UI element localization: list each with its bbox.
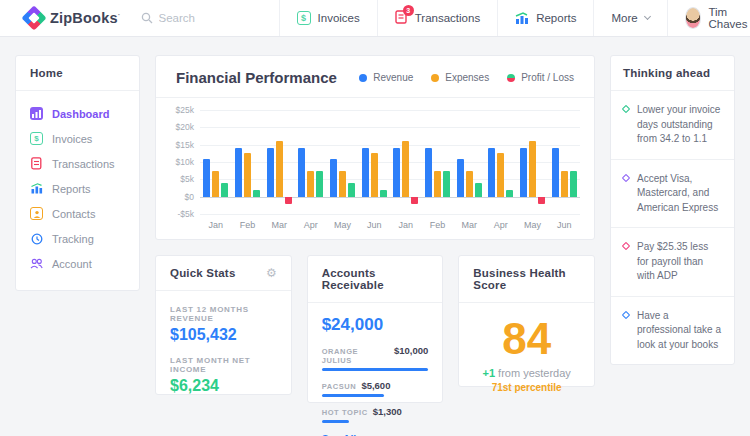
bar-profit-loss [411, 197, 418, 204]
bar-revenue [457, 159, 464, 197]
invoices-icon: $ [30, 132, 43, 145]
bar-group: Jan [200, 110, 232, 214]
bar-revenue [362, 148, 369, 197]
bar-profit-loss [316, 171, 323, 197]
reports-icon [30, 182, 43, 195]
bar-expenses [212, 171, 219, 197]
sidebar-item-account[interactable]: Account [16, 251, 139, 276]
bar-revenue [425, 148, 432, 197]
y-tick-label: $25k [176, 105, 194, 115]
financial-performance-card: Financial Performance RevenueExpensesPro… [155, 55, 595, 240]
ar-row: PACSUN$5,600 [322, 380, 429, 397]
nav-more[interactable]: More [593, 0, 666, 36]
bar-expenses [244, 153, 251, 196]
x-tick-label: Feb [422, 220, 454, 230]
bar-group: May [517, 110, 549, 214]
bar-profit-loss [380, 190, 387, 197]
bar-profit-loss [538, 197, 545, 204]
bar-group: Jan [390, 110, 422, 214]
reports-chart-icon [515, 12, 529, 25]
revenue-label: LAST 12 MONTHS REVENUE [170, 305, 277, 323]
y-tick-label: -$5k [177, 209, 194, 219]
revenue-value: $105,432 [170, 326, 277, 344]
brand-name: ZipBooks· [50, 10, 121, 26]
legend-item[interactable]: Revenue [359, 72, 413, 83]
bar-expenses [497, 153, 504, 196]
thinking-ahead-title: Thinking ahead [623, 67, 710, 79]
bar-group: Jun [548, 110, 580, 214]
avatar [685, 7, 702, 29]
bar-revenue [235, 148, 242, 197]
health-score-delta: +1 from yesterday [469, 367, 584, 379]
brand[interactable]: ZipBooks· [25, 9, 121, 27]
x-tick-label: Jan [200, 220, 232, 230]
bar-profit-loss [221, 183, 228, 197]
health-score-value: 84 [469, 315, 584, 363]
tracking-clock-icon [30, 232, 43, 245]
health-score-title: Business Health Score [473, 267, 580, 291]
bar-revenue [520, 148, 527, 197]
y-tick-label: $15k [176, 140, 194, 150]
tip-invoice-days[interactable]: Lower your invoice days outstanding from… [611, 91, 734, 160]
bar-expenses [529, 141, 536, 196]
diamond-icon [622, 242, 630, 250]
ar-progress-bar [322, 368, 429, 371]
bar-profit-loss [506, 190, 513, 197]
legend-item[interactable]: Profit / Loss [507, 72, 574, 83]
ar-total: $24,000 [322, 315, 429, 335]
x-tick-label: Mar [453, 220, 485, 230]
bar-profit-loss [570, 171, 577, 197]
bar-group: Feb [232, 110, 264, 214]
bar-expenses [466, 171, 473, 197]
income-label: LAST MONTH NET INCOME [170, 356, 277, 374]
search-input[interactable] [159, 12, 279, 24]
nav-reports[interactable]: Reports [497, 0, 593, 36]
sidebar: Home Dashboard $ Invoices Transactions [15, 55, 140, 291]
top-navbar: ZipBooks· $ Invoices 3 Transactions Repo… [0, 0, 750, 37]
bar-group: May [327, 110, 359, 214]
y-tick-label: $20k [176, 122, 194, 132]
gear-icon[interactable]: ⚙ [266, 267, 277, 279]
x-tick-label: May [517, 220, 549, 230]
sidebar-item-dashboard[interactable]: Dashboard [16, 101, 139, 126]
quick-stats-card: Quick Stats ⚙ LAST 12 MONTHS REVENUE $10… [155, 255, 292, 395]
bar-group: Jun [358, 110, 390, 214]
quick-stats-title: Quick Stats [170, 267, 235, 279]
tip-professional[interactable]: Have a professional take a look at your … [611, 297, 734, 365]
bar-revenue [393, 148, 400, 197]
contacts-icon [30, 207, 43, 220]
tip-accept-cards[interactable]: Accept Visa, Mastercard, and American Ex… [611, 160, 734, 229]
income-value: $6,234 [170, 377, 277, 395]
x-tick-label: Jun [358, 220, 390, 230]
bar-expenses [307, 171, 314, 197]
zipbooks-logo-icon [21, 5, 46, 30]
sidebar-item-invoices[interactable]: $ Invoices [16, 126, 139, 151]
sidebar-item-reports[interactable]: Reports [16, 176, 139, 201]
nav-invoices[interactable]: $ Invoices [279, 0, 377, 36]
bar-revenue [552, 148, 559, 197]
tip-payroll[interactable]: Pay $25.35 less for payroll than with AD… [611, 228, 734, 297]
sidebar-item-transactions[interactable]: Transactions [16, 151, 139, 176]
bar-revenue [488, 148, 495, 197]
search [141, 12, 279, 24]
chart-title: Financial Performance [176, 69, 337, 86]
sidebar-header: Home [30, 67, 63, 79]
legend-item[interactable]: Expenses [431, 72, 489, 83]
y-tick-label: $10k [176, 157, 194, 167]
user-name: Tim Chaves [708, 6, 750, 30]
chart-legend: RevenueExpensesProfit / Loss [359, 72, 574, 83]
y-tick-label: $5k [180, 174, 194, 184]
bar-group: Apr [485, 110, 517, 214]
bar-group: Mar [453, 110, 485, 214]
ar-progress-bar [322, 420, 350, 423]
x-tick-label: Apr [485, 220, 517, 230]
nav-transactions[interactable]: 3 Transactions [377, 0, 497, 36]
ar-progress-bar [322, 394, 384, 397]
bar-expenses [402, 141, 409, 196]
user-menu[interactable]: Tim Chaves [667, 0, 750, 36]
bar-expenses [276, 141, 283, 196]
bar-profit-loss [475, 183, 482, 197]
sidebar-item-tracking[interactable]: Tracking [16, 226, 139, 251]
sidebar-item-contacts[interactable]: Contacts [16, 201, 139, 226]
bar-expenses [371, 153, 378, 196]
